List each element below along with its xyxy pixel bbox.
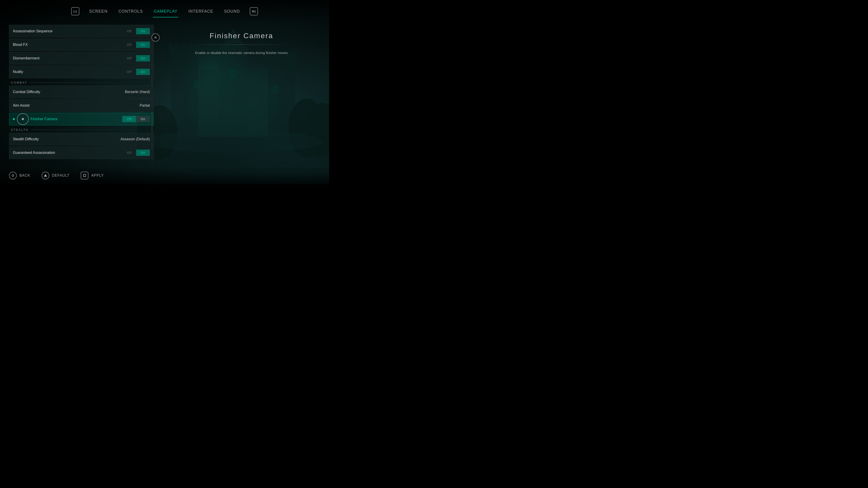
finisher-camera-label: Finisher Camera	[31, 117, 122, 121]
dismemberment-on[interactable]: On	[136, 55, 150, 61]
r-badge: R	[151, 33, 160, 41]
top-navigation: L1 Screen Controls Gameplay Interface So…	[0, 0, 329, 23]
tab-sound[interactable]: Sound	[223, 7, 241, 15]
blood-fx-on[interactable]: On	[136, 41, 150, 48]
aim-assist-value: Partial	[140, 103, 150, 107]
finisher-camera-on[interactable]: On	[136, 116, 150, 122]
combat-difficulty-label: Combat Difficulty	[13, 90, 125, 94]
dismemberment-label: Dismemberment	[13, 56, 122, 60]
info-title: Finisher Camera	[210, 32, 273, 40]
r1-button[interactable]: R1	[250, 7, 258, 15]
default-label: Default	[52, 173, 70, 177]
info-panel: Finisher Camera Enable or disable the ci…	[154, 25, 329, 166]
finisher-camera-off[interactable]: Off	[122, 116, 136, 122]
assassination-sequence-off[interactable]: Off	[122, 28, 136, 34]
stealth-difficulty-value: Assassin (Default)	[121, 137, 150, 141]
dismemberment-toggle[interactable]: Off On	[122, 55, 150, 61]
assassination-sequence-on[interactable]: On	[136, 28, 150, 34]
l1-button[interactable]: L1	[71, 7, 79, 15]
aim-assist-label: Aim Assist	[13, 103, 140, 107]
tab-interface[interactable]: Interface	[187, 7, 214, 15]
bottom-bar: Back Default Apply	[0, 167, 329, 184]
guaranteed-assassination-off[interactable]: Off	[122, 150, 136, 156]
info-divider	[185, 44, 298, 45]
default-action[interactable]: Default	[41, 172, 70, 180]
nudity-row[interactable]: Nudity Off On	[9, 66, 154, 78]
apply-action[interactable]: Apply	[81, 172, 103, 180]
combat-section-header: COMBAT	[9, 79, 154, 86]
back-button-icon[interactable]	[9, 172, 17, 180]
dismemberment-off[interactable]: Off	[122, 55, 136, 61]
assassination-sequence-toggle[interactable]: Off On	[122, 28, 150, 34]
finisher-camera-toggle[interactable]: Off On	[122, 116, 150, 122]
guaranteed-assassination-on[interactable]: On	[136, 150, 150, 156]
square-icon	[83, 174, 86, 177]
apply-label: Apply	[91, 173, 103, 177]
info-description: Enable or disable the cinematic camera d…	[195, 50, 287, 56]
guaranteed-assassination-label: Guaranteed Assassination	[13, 151, 122, 155]
triangle-icon	[44, 174, 47, 177]
blood-fx-toggle[interactable]: Off On	[122, 41, 150, 48]
selector-ring-inner	[22, 118, 24, 120]
circle-icon	[12, 174, 14, 177]
tab-screen[interactable]: Screen	[88, 7, 108, 15]
apply-button-icon[interactable]	[81, 172, 88, 180]
nudity-toggle[interactable]: Off On	[122, 69, 150, 75]
nudity-label: Nudity	[13, 70, 122, 74]
nudity-on[interactable]: On	[136, 69, 150, 75]
stealth-difficulty-label: Stealth Difficulty	[13, 137, 121, 141]
aim-assist-row[interactable]: Aim Assist Partial	[9, 99, 154, 112]
default-button-icon[interactable]	[41, 172, 49, 180]
guaranteed-assassination-toggle[interactable]: Off On	[122, 150, 150, 156]
blood-fx-row[interactable]: Blood FX Off On	[9, 38, 154, 51]
tab-controls[interactable]: Controls	[118, 7, 144, 15]
back-label: Back	[20, 173, 30, 177]
assassination-sequence-label: Assassination Sequence	[13, 29, 122, 33]
tab-gameplay[interactable]: Gameplay	[153, 7, 179, 15]
active-indicator	[13, 118, 15, 120]
settings-panel: Assassination Sequence Off On Blood FX O…	[9, 25, 154, 166]
blood-fx-off[interactable]: Off	[122, 41, 136, 48]
guaranteed-assassination-row[interactable]: Guaranteed Assassination Off On	[9, 147, 154, 159]
stealth-difficulty-row[interactable]: Stealth Difficulty Assassin (Default)	[9, 133, 154, 145]
combat-difficulty-row[interactable]: Combat Difficulty Berserkr (Hard)	[9, 86, 154, 98]
back-action[interactable]: Back	[9, 172, 30, 180]
nudity-off[interactable]: Off	[122, 69, 136, 75]
stealth-section-header: STEALTH	[9, 126, 154, 133]
blood-fx-label: Blood FX	[13, 43, 122, 47]
finisher-camera-row[interactable]: Finisher Camera Off On	[9, 113, 154, 125]
combat-difficulty-value: Berserkr (Hard)	[125, 90, 150, 94]
assassination-sequence-row[interactable]: Assassination Sequence Off On	[9, 25, 154, 37]
selector-ring-icon	[17, 113, 29, 125]
dismemberment-row[interactable]: Dismemberment Off On	[9, 52, 154, 65]
